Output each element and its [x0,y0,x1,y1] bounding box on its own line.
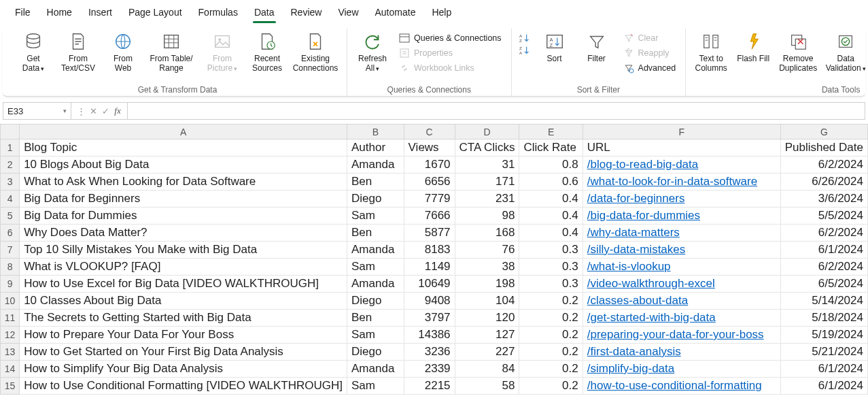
cell[interactable]: Click Rate [519,139,583,156]
row-header[interactable]: 5 [1,208,20,225]
cell[interactable]: Published Date [780,139,867,156]
cell[interactable]: 2339 [404,361,455,378]
cell[interactable]: 14386 [404,327,455,344]
col-header[interactable]: F [583,125,780,139]
cell[interactable]: 0.2 [519,293,583,310]
name-box[interactable]: E33▾ [3,103,71,119]
select-all-corner[interactable] [1,125,20,139]
url-link[interactable]: /data-for-beginners [587,192,685,205]
recent-sources-button[interactable]: Recent Sources [249,29,285,73]
url-link[interactable]: /simplify-big-data [587,362,675,375]
row-header[interactable]: 8 [1,259,20,276]
cell[interactable]: Sam [347,378,404,395]
cell[interactable]: 6656 [404,174,455,191]
expand-icon[interactable]: ⋮ [75,106,86,116]
row-header[interactable]: 4 [1,191,20,208]
flash-fill-button[interactable]: Flash Fill [735,29,771,64]
cell[interactable]: 0.2 [519,361,583,378]
cell[interactable]: 8183 [404,242,455,259]
cell[interactable]: Amanda [347,242,404,259]
url-link[interactable]: /preparing-your-data-for-your-boss [587,328,764,341]
col-header[interactable]: E [519,125,583,139]
existing-connections-button[interactable]: Existing Connections [291,29,340,73]
formula-input[interactable] [128,106,865,116]
spreadsheet-grid[interactable]: A B C D E F G 1Blog TopicAuthorViewsCTA … [0,124,868,395]
cell[interactable]: 6/5/2024 [780,276,867,293]
cell[interactable]: /what-is-vlookup [583,259,780,276]
cell[interactable]: /big-data-for-dummies [583,208,780,225]
cell[interactable]: 31 [455,156,519,174]
menu-help[interactable]: Help [423,3,459,23]
cell[interactable]: 0.4 [519,191,583,208]
cell[interactable]: 5/21/2024 [780,344,867,361]
cell[interactable]: Diego [347,191,404,208]
row-header[interactable]: 2 [1,156,20,174]
cell[interactable]: Amanda [347,276,404,293]
cell[interactable]: 0.8 [519,156,583,174]
cell[interactable]: 127 [455,327,519,344]
col-header[interactable]: B [347,125,404,139]
from-web-button[interactable]: From Web [105,29,141,73]
remove-duplicates-button[interactable]: Remove Duplicates [777,29,819,73]
cell[interactable]: /preparing-your-data-for-your-boss [583,327,780,344]
cell[interactable]: 1149 [404,259,455,276]
row-header[interactable]: 11 [1,310,20,327]
col-header[interactable]: C [404,125,455,139]
cell[interactable]: 0.2 [519,327,583,344]
row-header[interactable]: 1 [1,139,20,156]
cell[interactable]: /why-data-matters [583,225,780,242]
menu-formulas[interactable]: Formulas [190,3,246,23]
cell[interactable]: Sam [347,208,404,225]
cell[interactable]: 0.2 [519,344,583,361]
cell[interactable]: Diego [347,344,404,361]
get-data-button[interactable]: Get Data▾ [15,29,52,73]
cell[interactable]: Sam [347,259,404,276]
cell[interactable]: Ben [347,174,404,191]
filter-button[interactable]: Filter [578,29,615,64]
menu-automate[interactable]: Automate [367,3,424,23]
cell[interactable]: 1670 [404,156,455,174]
cell[interactable]: How to Use Excel for Big Data [VIDEO WAL… [20,276,347,293]
cell[interactable]: Ben [347,310,404,327]
cell[interactable]: 198 [455,276,519,293]
cell[interactable]: Author [347,139,404,156]
cell[interactable]: /what-to-look-for-in-data-software [583,174,780,191]
cell[interactable]: 76 [455,242,519,259]
cell[interactable]: /get-started-with-big-data [583,310,780,327]
cell[interactable]: 5/18/2024 [780,310,867,327]
url-link[interactable]: /get-started-with-big-data [587,311,716,324]
url-link[interactable]: /big-data-for-dummies [587,209,700,222]
col-header[interactable]: A [20,125,347,139]
cell[interactable]: Sam [347,327,404,344]
cell[interactable]: 231 [455,191,519,208]
chevron-down-icon[interactable]: ▾ [63,108,67,114]
cell[interactable]: Big Data for Dummies [20,208,347,225]
cell[interactable]: 104 [455,293,519,310]
url-link[interactable]: /blog-to-read-big-data [587,158,698,171]
cell[interactable]: 0.4 [519,208,583,225]
cell[interactable]: /how-to-use-conditional-formatting [583,378,780,395]
cell[interactable]: 7666 [404,208,455,225]
cell[interactable]: /first-data-analysis [583,344,780,361]
cell[interactable]: How to Prepare Your Data For Your Boss [20,327,347,344]
cell[interactable]: 6/1/2024 [780,361,867,378]
cell[interactable]: 5/14/2024 [780,293,867,310]
cancel-icon[interactable]: ✕ [88,106,99,116]
cell[interactable]: CTA Clicks [455,139,519,156]
url-link[interactable]: /first-data-analysis [587,345,681,358]
col-header[interactable]: G [780,125,867,139]
cell[interactable]: Blog Topic [20,139,347,156]
cell[interactable]: /blog-to-read-big-data [583,156,780,174]
cell[interactable]: 98 [455,208,519,225]
cell[interactable]: 5877 [404,225,455,242]
url-link[interactable]: /why-data-matters [587,226,680,239]
url-link[interactable]: /video-walkthrough-excel [587,277,715,290]
cell[interactable]: How to Simplify Your Big Data Analysis [20,361,347,378]
row-header[interactable]: 14 [1,361,20,378]
row-header[interactable]: 10 [1,293,20,310]
cell[interactable]: Top 10 Silly Mistakes You Make with Big … [20,242,347,259]
cell[interactable]: 0.4 [519,225,583,242]
cell[interactable]: 10 Blogs About Big Data [20,156,347,174]
advanced-button[interactable]: Advanced [621,61,679,75]
cell[interactable]: 0.6 [519,174,583,191]
